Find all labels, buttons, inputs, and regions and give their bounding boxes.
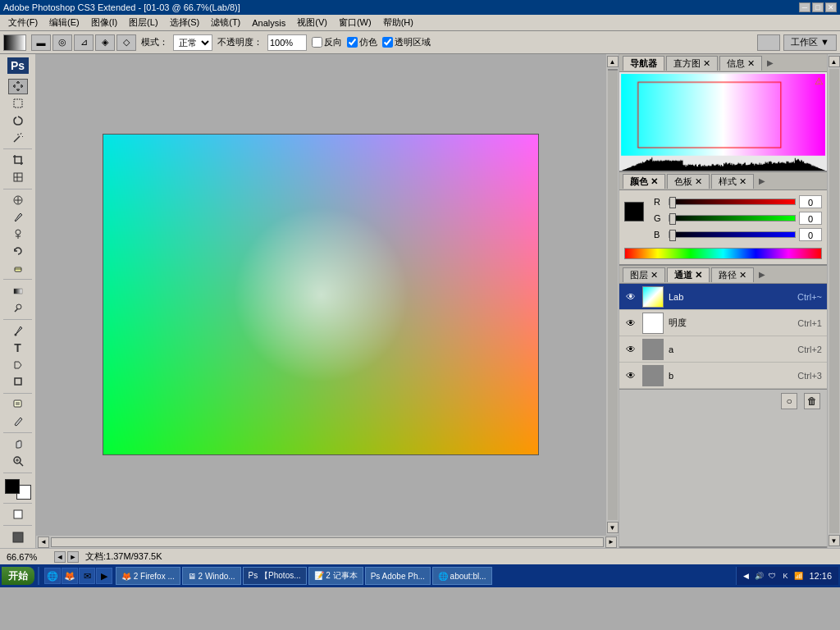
tab-layers[interactable]: 图层 ✕ [623,267,665,282]
tool-standard-mode[interactable] [8,507,28,523]
horizontal-scrollbar[interactable]: ◄ ► [36,535,619,548]
channel-b[interactable]: 👁 b Ctrl+3 [619,363,827,389]
r-thumb[interactable] [669,197,676,208]
reverse-checkbox[interactable]: 反向 [312,36,342,48]
taskbar-firefox[interactable]: 🦊 2 Firefox ... [116,567,180,585]
color-swatch[interactable] [5,479,31,499]
workspace-icon[interactable] [757,34,780,51]
taskbar-browser[interactable]: 🌐 about:bl... [432,567,492,585]
channel-lightness[interactable]: 👁 明度 Ctrl+1 [619,310,827,336]
right-vscroll-up[interactable]: ▲ [829,56,840,67]
menu-filter[interactable]: 滤镜(T) [206,16,245,30]
minimize-button[interactable]: ─ [799,2,810,12]
right-scrollbar[interactable]: ▲ ▼ [827,54,840,548]
gradient-reflected[interactable]: ◈ [95,34,115,51]
channel-lightness-visibility[interactable]: 👁 [624,317,637,330]
tab-info[interactable]: 信息 ✕ [719,56,762,71]
tool-marquee[interactable] [8,96,28,112]
tool-brush[interactable] [8,209,28,225]
color-options[interactable]: ▶ [759,176,765,185]
tool-eyedropper[interactable] [8,413,28,429]
menu-select[interactable]: 选择(S) [165,16,205,30]
layer-delete[interactable]: 🗑 [804,393,820,409]
channel-lab[interactable]: 👁 Lab Ctrl+~ [619,284,827,310]
start-button[interactable]: 开始 [2,567,34,585]
tool-pen[interactable] [8,323,28,339]
hscroll-track[interactable] [51,537,604,547]
tool-magic-wand[interactable] [8,130,28,145]
tool-slice[interactable] [8,170,28,185]
channel-b-visibility[interactable]: 👁 [624,369,637,382]
g-value[interactable]: 0 [799,212,822,225]
quicklaunch-ie[interactable]: 🌐 [44,568,61,584]
menu-image[interactable]: 图像(I) [86,16,122,30]
tool-crop[interactable] [8,153,28,168]
tool-notes[interactable] [8,397,28,413]
r-slider[interactable] [669,199,796,205]
tool-screen-mode[interactable] [8,529,28,545]
menu-edit[interactable]: 编辑(E) [44,16,84,30]
vertical-scrollbar[interactable]: ▲ ▼ [605,54,619,535]
layer-new-channel[interactable]: ○ [781,393,797,409]
vscroll-up[interactable]: ▲ [607,56,619,67]
tool-shape[interactable] [8,374,28,390]
taskbar-adobe[interactable]: Ps Adobe Ph... [365,567,431,585]
right-vscroll-track[interactable] [829,69,839,533]
tool-move[interactable] [8,79,28,94]
menu-layer[interactable]: 图层(L) [124,16,162,30]
status-prev[interactable]: ◄ [54,551,66,563]
gradient-radial[interactable]: ◎ [52,34,72,51]
transparency-checkbox[interactable]: 透明区域 [382,36,431,48]
r-value[interactable]: 0 [799,195,822,208]
taskbar-photoshop[interactable]: Ps 【Photos... [243,567,307,585]
vscroll-down[interactable]: ▼ [607,522,619,533]
vscroll-track[interactable] [608,69,618,520]
quicklaunch-ff[interactable]: 🦊 [62,568,78,584]
navigator-options[interactable]: ▶ [767,58,774,67]
menu-view[interactable]: 视图(V) [292,16,332,30]
menu-analysis[interactable]: Analysis [247,17,290,29]
hscroll-left[interactable]: ◄ [38,536,49,548]
menu-help[interactable]: 帮助(H) [378,16,418,30]
opacity-input[interactable] [267,34,307,51]
tool-eraser[interactable] [8,261,28,276]
color-spectrum-bar[interactable] [624,248,822,259]
tool-lasso[interactable] [8,113,28,129]
tab-swatches[interactable]: 色板 ✕ [667,174,710,189]
b-thumb[interactable] [669,230,676,241]
gradient-angle[interactable]: ⊿ [74,34,94,51]
gradient-linear[interactable]: ▬ [31,34,51,51]
tab-channels[interactable]: 通道 ✕ [667,267,710,282]
menu-file[interactable]: 文件(F) [3,16,43,30]
vscroll-thumb[interactable] [608,69,618,71]
gradient-diamond[interactable]: ◇ [116,34,136,51]
taskbar-notepad[interactable]: 📝 2 记事本 [308,567,363,585]
tool-clone[interactable] [8,226,28,242]
tab-navigator[interactable]: 导航器 [623,56,664,71]
dither-checkbox[interactable]: 仿色 [347,36,377,48]
tool-hand[interactable] [8,436,28,452]
g-slider[interactable] [669,215,796,221]
color-foreground-swatch[interactable] [624,202,644,221]
channel-a-visibility[interactable]: 👁 [624,343,637,356]
quicklaunch-media[interactable]: ▶ [96,568,112,584]
g-thumb[interactable] [669,213,676,225]
right-vscroll-down[interactable]: ▼ [829,535,840,546]
tool-zoom[interactable] [8,454,28,469]
taskbar-windows[interactable]: 🖥 2 Windo... [182,567,241,585]
restore-button[interactable]: □ [812,2,824,12]
b-value[interactable]: 0 [799,228,822,241]
tool-text[interactable]: T [8,340,28,355]
close-button[interactable]: ✕ [825,2,837,12]
layers-options[interactable]: ▶ [759,270,765,279]
mode-select[interactable]: 正常 溶解 变暗 [173,34,212,51]
quicklaunch-mail[interactable]: ✉ [79,568,95,584]
b-slider[interactable] [669,231,796,238]
workspace-button[interactable]: 工作区 ▼ [783,34,837,51]
hscroll-right[interactable]: ► [605,536,617,548]
status-next[interactable]: ► [67,551,79,563]
tab-histogram[interactable]: 直方图 ✕ [666,56,718,71]
tab-color[interactable]: 颜色 ✕ [623,174,665,189]
tab-styles[interactable]: 样式 ✕ [711,174,754,189]
tool-healing[interactable] [8,192,28,208]
